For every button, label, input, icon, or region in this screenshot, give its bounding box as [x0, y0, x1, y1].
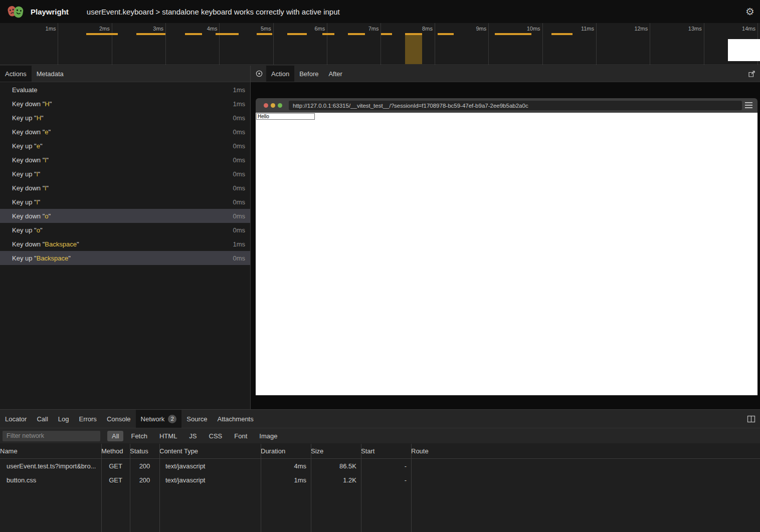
network-filter-input[interactable] [3, 431, 100, 441]
action-key-quoted: "l" [41, 156, 49, 164]
request-size: 1.2K [311, 476, 361, 484]
tab-label: Actions [5, 70, 27, 78]
action-row[interactable]: Key down "e" 0ms [0, 125, 250, 139]
timeline[interactable]: 1ms 2ms 3ms 4ms 5ms 6ms 7ms [0, 23, 760, 65]
request-start: - [361, 462, 411, 470]
main-area: Actions Metadata Evaluate "" 1ms Key dow… [0, 66, 760, 409]
pick-locator-button[interactable] [251, 66, 266, 82]
network-type-filter-chip[interactable]: All [107, 431, 123, 441]
action-row[interactable]: Evaluate "" 1ms [0, 83, 250, 97]
action-label: Key down [12, 128, 41, 136]
network-type-filter-chip[interactable]: Fetch [126, 431, 152, 441]
network-type-filter-chip[interactable]: HTML [155, 431, 181, 441]
bottom-tab[interactable]: Network 2 [136, 410, 182, 428]
bottom-tab[interactable]: Locator [0, 410, 32, 428]
network-table-row[interactable]: button.css GET 200 text/javascript 1ms 1… [0, 473, 760, 487]
action-key-quoted: "l" [41, 184, 49, 192]
tab-label: After [328, 70, 342, 78]
network-type-filter-chip[interactable]: CSS [205, 431, 227, 441]
action-row[interactable]: Key up "Backspace" 0ms [0, 251, 250, 265]
actions-panel-tab[interactable]: Actions [0, 66, 32, 82]
action-row[interactable]: Key up "l" 0ms [0, 167, 250, 181]
action-row[interactable]: Key down "o" 0ms [0, 209, 250, 223]
snapshot-tab[interactable]: After [323, 66, 347, 82]
network-table-header: Name Method Status Content Type Duration… [0, 444, 760, 459]
action-label: Key down [12, 184, 41, 192]
network-table: Name Method Status Content Type Duration… [0, 444, 760, 532]
request-status: 200 [130, 476, 159, 484]
network-type-filter-chip[interactable]: Font [230, 431, 252, 441]
action-row[interactable]: Key down "Backspace" 1ms [0, 237, 250, 251]
action-row[interactable]: Key up "H" 0ms [0, 111, 250, 125]
actions-panel-tab[interactable]: Metadata [32, 66, 69, 82]
action-label: Key up [12, 170, 32, 178]
action-list: Evaluate "" 1ms Key down "H" 1ms Key up … [0, 83, 250, 409]
bottom-tab[interactable]: Source [181, 410, 212, 428]
timeline-action-mark [287, 33, 307, 35]
bottom-tab[interactable]: Errors [74, 410, 101, 428]
action-label: Evaluate [12, 86, 38, 94]
network-type-filter-chip[interactable]: JS [184, 431, 201, 441]
tab-label: Call [37, 415, 48, 423]
network-column-header: Status [130, 447, 159, 455]
chip-label: CSS [209, 432, 223, 440]
action-label: Key down [12, 156, 41, 164]
action-label: Key down [12, 212, 41, 220]
tab-label: Attachments [217, 415, 253, 423]
request-content-type: text/javascript [159, 476, 261, 484]
action-key-quoted: "e" [41, 128, 51, 136]
action-row[interactable]: Key up "l" 0ms [0, 195, 250, 209]
action-duration: 1ms [233, 86, 245, 94]
network-table-row[interactable]: userEvent.test.ts?import&bro... GET 200 … [0, 459, 760, 473]
network-column-header: Content Type [159, 447, 261, 455]
bottom-tab[interactable]: Log [53, 410, 74, 428]
bottom-tab-list: Locator Call Log Errors [0, 410, 259, 428]
open-snapshot-external-button[interactable] [745, 66, 760, 82]
snapshot-tab[interactable]: Before [294, 66, 323, 82]
bottom-tab[interactable]: Attachments [212, 410, 258, 428]
timeline-action-marks [0, 23, 760, 65]
action-row[interactable]: Key up "o" 0ms [0, 223, 250, 237]
timeline-action-mark [551, 33, 573, 35]
request-duration: 4ms [261, 462, 311, 470]
bottom-tab[interactable]: Call [32, 410, 53, 428]
action-label: Key down [12, 100, 41, 108]
bottom-tab[interactable]: Console [102, 410, 136, 428]
action-row[interactable]: Key up "e" 0ms [0, 139, 250, 153]
filmstrip-thumbnail[interactable] [728, 39, 760, 61]
action-key-quoted: "H" [32, 114, 43, 122]
request-duration: 1ms [261, 476, 311, 484]
action-duration: 0ms [233, 254, 245, 262]
test-title: userEvent.keyboard > standalone keyboard… [87, 8, 340, 16]
tab-label: Errors [79, 415, 96, 423]
chip-label: All [112, 432, 119, 440]
snapshot-tab[interactable]: Action [266, 66, 294, 82]
action-row[interactable]: Key down "l" 0ms [0, 153, 250, 167]
action-label: Key up [12, 226, 32, 234]
chip-label: Image [259, 432, 277, 440]
network-column-header: Name [0, 447, 101, 455]
snapshot-viewport: http://127.0.0.1:63315/__vitest_test__/?… [251, 83, 760, 409]
request-size: 86.5K [311, 462, 361, 470]
request-start: - [361, 476, 411, 484]
action-duration: 0ms [233, 128, 245, 136]
action-label: Key up [12, 142, 32, 150]
settings-gear-icon[interactable]: ⚙ [745, 7, 754, 17]
chip-label: Font [234, 432, 247, 440]
action-row[interactable]: Key down "l" 0ms [0, 181, 250, 195]
bottom-panel: Locator Call Log Errors [0, 409, 760, 532]
external-link-icon [748, 70, 755, 78]
tab-label: Log [58, 415, 69, 423]
action-duration: 1ms [233, 240, 245, 248]
page-text-input[interactable] [256, 113, 315, 120]
snapshot-panel: Action Before After [251, 66, 760, 409]
target-icon [255, 70, 263, 78]
address-bar: http://127.0.0.1:63315/__vitest_test__/?… [289, 101, 742, 110]
timeline-action-mark [348, 33, 365, 35]
action-row[interactable]: Key down "H" 1ms [0, 97, 250, 111]
playwright-logo-icon [7, 4, 25, 19]
network-type-filters: All Fetch HTML JS CSS Fon [107, 431, 282, 441]
actions-panel: Actions Metadata Evaluate "" 1ms Key dow… [0, 66, 251, 409]
layout-toggle-button[interactable] [742, 410, 760, 428]
network-type-filter-chip[interactable]: Image [255, 431, 282, 441]
